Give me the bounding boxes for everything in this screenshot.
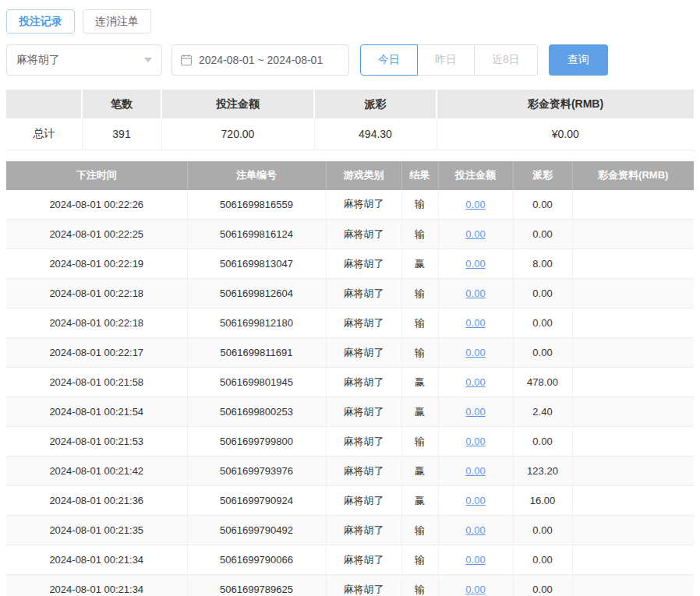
last8days-button[interactable]: 近8日 (475, 44, 538, 76)
bet-time-cell: 2024-08-01 00:21:34 (6, 575, 187, 596)
bonus-cell (572, 368, 694, 397)
payout-cell: 0.00 (513, 338, 572, 368)
payout-cell: 0.00 (513, 279, 572, 309)
bonus-cell (572, 309, 694, 338)
bet-amount-cell: 0.00 (438, 309, 513, 338)
table-row: 2024-08-01 00:21:355061699790492麻将胡了输0.0… (6, 516, 694, 545)
result-cell: 输 (401, 279, 438, 309)
header-bet-time: 下注时间 (6, 161, 187, 190)
result-cell: 输 (401, 516, 438, 545)
order-id-cell: 5061699790492 (187, 516, 326, 545)
payout-cell: 16.00 (513, 486, 572, 516)
date-range-value: 2024-08-01 ~ 2024-08-01 (199, 54, 323, 66)
bonus-cell (572, 486, 694, 516)
bet-time-cell: 2024-08-01 00:21:34 (6, 545, 187, 575)
summary-count-value: 391 (82, 118, 161, 150)
yesterday-button[interactable]: 昨日 (418, 44, 475, 76)
bet-amount-link[interactable]: 0.00 (465, 495, 485, 506)
result-cell: 赢 (401, 457, 438, 486)
bet-amount-cell: 0.00 (438, 190, 513, 220)
result-cell: 输 (401, 190, 438, 220)
bet-amount-link[interactable]: 0.00 (465, 228, 485, 240)
order-id-cell: 5061699813047 (187, 249, 326, 279)
game-type-cell: 麻将胡了 (326, 368, 401, 397)
game-type-cell: 麻将胡了 (326, 249, 401, 279)
result-cell: 输 (401, 545, 438, 575)
game-select[interactable]: 麻将胡了 (6, 44, 162, 76)
order-id-cell: 5061699793976 (187, 457, 326, 486)
today-button[interactable]: 今日 (360, 44, 418, 76)
bet-amount-link[interactable]: 0.00 (465, 376, 485, 388)
bet-time-cell: 2024-08-01 00:22:25 (6, 220, 187, 249)
bet-amount-link[interactable]: 0.00 (465, 554, 485, 566)
game-type-cell: 麻将胡了 (326, 457, 401, 486)
bet-amount-link[interactable]: 0.00 (465, 465, 485, 477)
result-cell: 输 (401, 427, 438, 457)
game-type-cell: 麻将胡了 (326, 545, 401, 575)
payout-cell: 0.00 (513, 516, 572, 545)
bonus-cell (572, 397, 694, 427)
bet-amount-cell: 0.00 (438, 486, 513, 516)
bet-amount-cell: 0.00 (438, 545, 513, 575)
order-id-cell: 5061699789625 (187, 575, 326, 596)
bet-amount-link[interactable]: 0.00 (465, 436, 485, 447)
summary-bet-amount-value: 720.00 (161, 118, 314, 150)
bet-amount-cell: 0.00 (438, 516, 513, 545)
bet-amount-link[interactable]: 0.00 (465, 287, 485, 299)
bonus-cell (572, 427, 694, 457)
header-bet-amount: 投注金额 (438, 161, 513, 190)
bet-time-cell: 2024-08-01 00:21:58 (6, 368, 187, 397)
table-row: 2024-08-01 00:21:345061699790066麻将胡了输0.0… (6, 545, 694, 575)
result-cell: 输 (401, 338, 438, 368)
order-id-cell: 5061699800253 (187, 397, 326, 427)
result-cell: 输 (401, 220, 438, 249)
summary-total-row: 总计 391 720.00 494.30 ¥0.00 (6, 118, 694, 150)
summary-table: 笔数 投注金额 派彩 彩金资料(RMB) 总计 391 720.00 494.3… (6, 90, 694, 150)
bet-amount-cell: 0.00 (438, 338, 513, 368)
bet-amount-link[interactable]: 0.00 (465, 584, 485, 595)
bet-amount-cell: 0.00 (438, 397, 513, 427)
order-id-cell: 5061699790924 (187, 486, 326, 516)
tab-bet-records[interactable]: 投注记录 (6, 9, 75, 34)
result-cell: 输 (401, 309, 438, 338)
date-range-picker[interactable]: 2024-08-01 ~ 2024-08-01 (171, 44, 349, 76)
filter-bar: 麻将胡了 2024-08-01 ~ 2024-08-01 今日 昨日 近8日 查… (6, 44, 694, 76)
order-id-cell: 5061699812180 (187, 309, 326, 338)
game-type-cell: 麻将胡了 (326, 338, 401, 368)
bet-time-cell: 2024-08-01 00:21:53 (6, 427, 187, 457)
bet-time-cell: 2024-08-01 00:21:42 (6, 457, 187, 486)
result-cell: 赢 (401, 249, 438, 279)
table-row: 2024-08-01 00:21:545061699800253麻将胡了赢0.0… (6, 397, 694, 427)
chevron-down-icon (144, 58, 152, 62)
header-bonus: 彩金资料(RMB) (572, 161, 694, 190)
bet-amount-link[interactable]: 0.00 (465, 406, 485, 418)
summary-total-label: 总计 (6, 118, 82, 150)
bonus-cell (572, 338, 694, 368)
query-button[interactable]: 查询 (549, 44, 608, 76)
order-id-cell: 5061699811691 (187, 338, 326, 368)
order-id-cell: 5061699790066 (187, 545, 326, 575)
page: 投注记录 连消注单 麻将胡了 2024-08-01 ~ 2024-08-01 今… (0, 0, 700, 596)
game-type-cell: 麻将胡了 (326, 427, 401, 457)
bet-amount-cell: 0.00 (438, 249, 513, 279)
bonus-cell (572, 190, 694, 220)
bet-time-cell: 2024-08-01 00:22:17 (6, 338, 187, 368)
table-row: 2024-08-01 00:21:365061699790924麻将胡了赢0.0… (6, 486, 694, 516)
bet-amount-link[interactable]: 0.00 (465, 199, 485, 210)
payout-cell: 123.20 (513, 457, 572, 486)
bonus-cell (572, 575, 694, 596)
bonus-cell (572, 220, 694, 249)
bet-amount-link[interactable]: 0.00 (465, 258, 485, 270)
bet-time-cell: 2024-08-01 00:22:19 (6, 249, 187, 279)
bonus-cell (572, 457, 694, 486)
bet-amount-link[interactable]: 0.00 (465, 317, 485, 329)
bet-amount-link[interactable]: 0.00 (465, 524, 485, 536)
bet-amount-link[interactable]: 0.00 (465, 347, 485, 358)
summary-payout-value: 494.30 (314, 118, 437, 150)
top-tabs: 投注记录 连消注单 (6, 6, 694, 43)
table-row: 2024-08-01 00:22:175061699811691麻将胡了输0.0… (6, 338, 694, 368)
tab-cancelled-orders[interactable]: 连消注单 (83, 9, 151, 34)
bet-amount-cell: 0.00 (438, 279, 513, 309)
bet-amount-cell: 0.00 (438, 368, 513, 397)
bet-time-cell: 2024-08-01 00:22:18 (6, 279, 187, 309)
